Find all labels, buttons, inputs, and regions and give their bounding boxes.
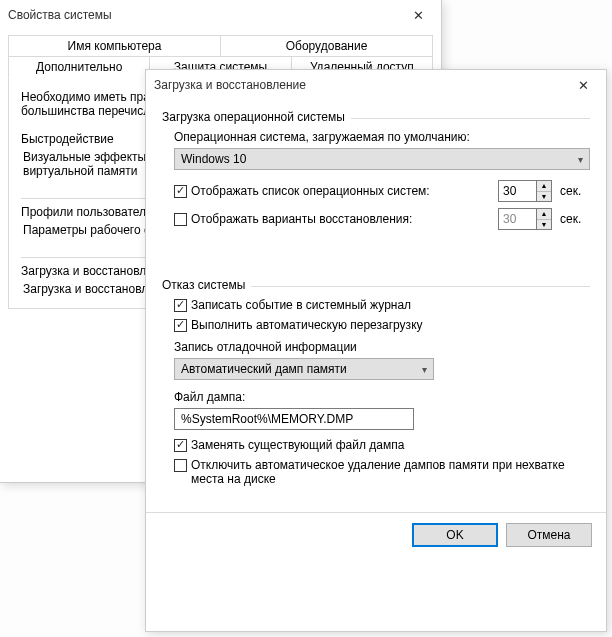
write-event-label: Записать событие в системный журнал xyxy=(191,298,411,312)
default-os-label: Операционная система, загружаемая по умо… xyxy=(174,130,590,144)
close-icon[interactable]: ✕ xyxy=(396,0,441,30)
tab-computer-name[interactable]: Имя компьютера xyxy=(8,35,221,56)
overwrite-dump-row: Заменять существующий файл дампа xyxy=(174,438,590,452)
dump-file-value: %SystemRoot%\MEMORY.DMP xyxy=(181,412,353,426)
seconds-unit: сек. xyxy=(560,184,590,198)
spinner-up-icon[interactable]: ▲ xyxy=(537,181,551,191)
show-os-list-seconds-input[interactable] xyxy=(498,180,536,202)
dump-file-label: Файл дампа: xyxy=(174,390,590,404)
show-os-list-label: Отображать список операционных систем: xyxy=(191,184,430,198)
tabs-row-1: Имя компьютера Оборудование xyxy=(0,34,441,55)
auto-restart-label: Выполнить автоматическую перезагрузку xyxy=(191,318,423,332)
write-event-row: Записать событие в системный журнал xyxy=(174,298,590,312)
titlebar: Загрузка и восстановление ✕ xyxy=(146,70,606,100)
debug-info-value: Автоматический дамп памяти xyxy=(181,362,347,376)
tab-hardware[interactable]: Оборудование xyxy=(221,35,433,56)
dialog-content: Загрузка операционной системы Операционн… xyxy=(146,100,606,504)
spinner-down-icon: ▼ xyxy=(537,219,551,230)
disable-autodelete-row: Отключить автоматическое удаление дампов… xyxy=(174,458,590,486)
spinner-down-icon[interactable]: ▼ xyxy=(537,191,551,202)
dump-file-input[interactable]: %SystemRoot%\MEMORY.DMP xyxy=(174,408,414,430)
overwrite-dump-label: Заменять существующий файл дампа xyxy=(191,438,404,452)
tab-advanced[interactable]: Дополнительно xyxy=(8,56,150,78)
show-os-list-checkbox[interactable] xyxy=(174,185,187,198)
spinner-up-icon: ▲ xyxy=(537,209,551,219)
show-os-list-row: Отображать список операционных систем: ▲… xyxy=(174,180,590,202)
ok-button[interactable]: OK xyxy=(412,523,498,547)
auto-restart-checkbox[interactable] xyxy=(174,319,187,332)
spinner-buttons[interactable]: ▲▼ xyxy=(536,180,552,202)
system-failure-title: Отказ системы xyxy=(162,278,590,292)
show-recovery-list-seconds-input xyxy=(498,208,536,230)
show-recovery-list-checkbox[interactable] xyxy=(174,213,187,226)
default-os-value: Windows 10 xyxy=(181,152,246,166)
debug-info-select[interactable]: Автоматический дамп памяти ▾ xyxy=(174,358,434,380)
system-startup-title: Загрузка операционной системы xyxy=(162,110,590,124)
show-recovery-list-label: Отображать варианты восстановления: xyxy=(191,212,412,226)
system-startup-group: Загрузка операционной системы Операционн… xyxy=(162,110,590,230)
dialog-buttons: OK Отмена xyxy=(146,512,606,561)
chevron-down-icon: ▾ xyxy=(422,364,427,375)
startup-and-recovery-window: Загрузка и восстановление ✕ Загрузка опе… xyxy=(145,69,607,632)
disable-autodelete-label: Отключить автоматическое удаление дампов… xyxy=(191,458,590,486)
write-event-checkbox[interactable] xyxy=(174,299,187,312)
spinner-buttons: ▲▼ xyxy=(536,208,552,230)
debug-info-title: Запись отладочной информации xyxy=(174,340,590,354)
titlebar: Свойства системы ✕ xyxy=(0,0,441,30)
chevron-down-icon: ▾ xyxy=(578,154,583,165)
close-icon[interactable]: ✕ xyxy=(561,70,606,100)
cancel-button[interactable]: Отмена xyxy=(506,523,592,547)
show-os-list-seconds[interactable]: ▲▼ xyxy=(498,180,552,202)
auto-restart-row: Выполнить автоматическую перезагрузку xyxy=(174,318,590,332)
system-failure-group: Отказ системы Записать событие в системн… xyxy=(162,278,590,486)
window-title: Загрузка и восстановление xyxy=(154,78,306,92)
disable-autodelete-checkbox[interactable] xyxy=(174,459,187,472)
seconds-unit: сек. xyxy=(560,212,590,226)
show-recovery-list-seconds: ▲▼ xyxy=(498,208,552,230)
show-recovery-list-row: Отображать варианты восстановления: ▲▼ с… xyxy=(174,208,590,230)
window-title: Свойства системы xyxy=(8,8,112,22)
default-os-select[interactable]: Windows 10 ▾ xyxy=(174,148,590,170)
overwrite-dump-checkbox[interactable] xyxy=(174,439,187,452)
